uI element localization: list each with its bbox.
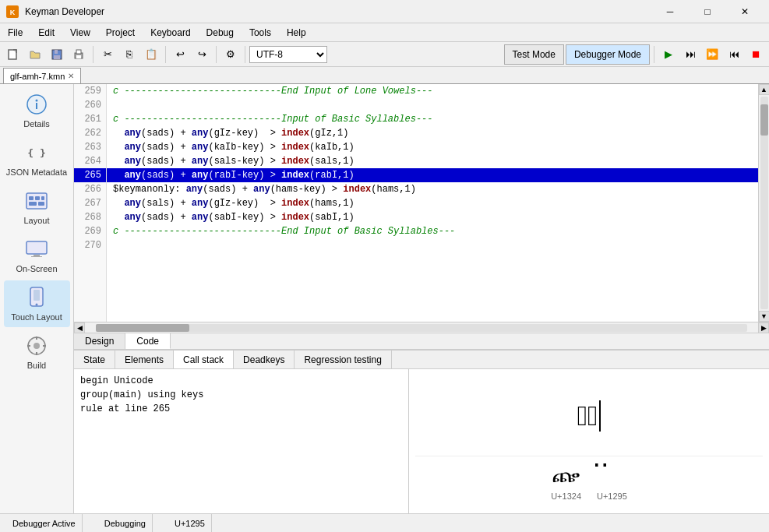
svg-rect-5 xyxy=(54,55,60,59)
scroll-right-button[interactable]: ▶ xyxy=(758,322,769,333)
touch-icon xyxy=(25,286,48,309)
debug-tab-state[interactable]: State xyxy=(74,351,115,368)
debug-tab-elements[interactable]: Elements xyxy=(115,351,174,368)
svg-rect-23 xyxy=(34,290,40,301)
menu-help[interactable]: Help xyxy=(279,23,314,41)
svg-rect-19 xyxy=(34,255,40,256)
code-line-265[interactable]: any(sads) + any(rabI-key) > index(rabI,1… xyxy=(107,168,758,182)
debug-tab-deadkeys[interactable]: Deadkeys xyxy=(234,351,295,368)
sidebar-item-build[interactable]: Build xyxy=(4,329,70,375)
line-num: 262 xyxy=(74,126,106,140)
menu-file[interactable]: File xyxy=(0,23,30,41)
vertical-scrollbar: ▲ ▼ xyxy=(758,84,769,322)
code-line-263[interactable]: any(sads) + any(kaIb-key) > index(kaIb,1… xyxy=(107,140,758,154)
code-line-270[interactable] xyxy=(107,238,758,252)
scroll-down-button[interactable]: ▼ xyxy=(759,311,770,322)
scroll-track[interactable] xyxy=(760,97,768,309)
code-content[interactable]: c ----------------------------End Input … xyxy=(107,84,758,322)
menu-debug[interactable]: Debug xyxy=(199,23,242,41)
sidebar-item-details[interactable]: Details xyxy=(4,87,70,134)
char-item-2: ፟ U+1295 xyxy=(597,463,627,501)
menu-tools[interactable]: Tools xyxy=(242,23,279,41)
svg-rect-13 xyxy=(29,196,34,200)
line-num: 265 xyxy=(74,168,106,182)
debugger-mode-button[interactable]: Debugger Mode xyxy=(566,44,650,65)
separator-2 xyxy=(165,46,166,63)
h-scroll-track[interactable] xyxy=(96,324,747,332)
code-line-266[interactable]: $keymanonly: any(sads) + any(hams-key) >… xyxy=(107,182,758,196)
debug-visual-panel: ጬ፟ ጬ U+1324 ፟ U+1295 xyxy=(409,369,769,513)
tab-design[interactable]: Design xyxy=(74,333,125,349)
step-out-button[interactable]: ⏮ xyxy=(724,44,744,65)
file-tab-close[interactable]: ✕ xyxy=(68,72,74,80)
step-over-button[interactable]: ⏩ xyxy=(702,44,722,65)
h-scroll-thumb[interactable] xyxy=(96,324,189,332)
cut-button[interactable]: ✂ xyxy=(97,44,118,65)
line-num: 269 xyxy=(74,224,106,238)
toolbar: ✂ ⎘ 📋 ↩ ↪ ⚙ UTF-8 Test Mode Debugger Mod… xyxy=(0,42,769,67)
debug-content: begin Unicode group(main) using keys rul… xyxy=(74,369,769,513)
new-button[interactable] xyxy=(3,44,23,65)
redo-button[interactable]: ↪ xyxy=(192,44,212,65)
code-line-262[interactable]: any(sads) + any(gIz-key) > index(gIz,1) xyxy=(107,126,758,140)
char-glyph-1: ጬ xyxy=(552,463,580,488)
code-line-264[interactable]: any(sads) + any(sals-key) > index(sals,1… xyxy=(107,154,758,168)
copy-button[interactable]: ⎘ xyxy=(119,44,139,65)
svg-rect-20 xyxy=(31,256,42,257)
code-line-269[interactable]: c ----------------------------End Input … xyxy=(107,224,758,238)
undo-button[interactable]: ↩ xyxy=(170,44,190,65)
code-line-259[interactable]: c ----------------------------End Input … xyxy=(107,84,758,98)
file-tab-name: glf-amh-7.kmn xyxy=(10,72,65,81)
minimize-button[interactable]: ─ xyxy=(652,0,688,23)
svg-rect-4 xyxy=(55,50,58,54)
sidebar-label-layout: Layout xyxy=(23,216,49,225)
file-tab-active[interactable]: glf-amh-7.kmn ✕ xyxy=(3,68,81,83)
svg-rect-27 xyxy=(36,352,37,355)
save-button[interactable] xyxy=(47,44,67,65)
code-line-260[interactable] xyxy=(107,98,758,112)
encoding-select[interactable]: UTF-8 xyxy=(249,46,327,63)
char-details: ጬ U+1324 ፟ U+1295 xyxy=(415,456,763,507)
line-num: 267 xyxy=(74,196,106,210)
code-scroll: 259 260 261 262 263 264 265 266 267 268 … xyxy=(74,84,758,322)
sidebar-item-touch[interactable]: Touch Layout xyxy=(4,280,70,327)
open-button[interactable] xyxy=(25,44,45,65)
debug-tab-regression[interactable]: Regression testing xyxy=(295,351,391,368)
stop-button[interactable]: ⏹ xyxy=(746,44,766,65)
char-item-1: ጬ U+1324 xyxy=(551,463,581,501)
scroll-up-button[interactable]: ▲ xyxy=(759,84,770,95)
code-line-267[interactable]: any(sals) + any(gIz-key) > index(hams,1) xyxy=(107,196,758,210)
char-display: ጬ፟ xyxy=(415,375,763,456)
debug-tab-callstack[interactable]: Call stack xyxy=(174,351,234,368)
scroll-thumb[interactable] xyxy=(760,104,768,136)
sidebar-item-layout[interactable]: Layout xyxy=(4,184,70,231)
line-num: 266 xyxy=(74,182,106,196)
menu-project[interactable]: Project xyxy=(98,23,143,41)
svg-rect-8 xyxy=(76,55,81,58)
step-button[interactable]: ⏭ xyxy=(680,44,700,65)
editor-area: 259 260 261 262 263 264 265 266 267 268 … xyxy=(74,84,769,513)
menu-edit[interactable]: Edit xyxy=(30,23,62,41)
scroll-left-button[interactable]: ◀ xyxy=(74,322,85,333)
tab-code[interactable]: Code xyxy=(125,333,171,349)
sidebar-item-onscreen[interactable]: On-Screen xyxy=(4,232,70,279)
layout-icon xyxy=(25,189,48,213)
code-line-268[interactable]: any(sads) + any(sabI-key) > index(sabI,1… xyxy=(107,210,758,224)
code-line-261[interactable]: c ----------------------------Input of B… xyxy=(107,112,758,126)
run-button[interactable]: ▶ xyxy=(658,44,679,65)
sidebar-item-json[interactable]: { } JSON Metadata xyxy=(4,136,70,182)
svg-rect-15 xyxy=(41,196,44,200)
print-button[interactable] xyxy=(69,44,89,65)
svg-point-10 xyxy=(36,100,38,102)
compile-button[interactable]: ⚙ xyxy=(220,44,241,65)
maximize-button[interactable]: □ xyxy=(690,0,725,23)
svg-point-25 xyxy=(34,343,40,349)
svg-rect-16 xyxy=(29,202,37,206)
separator-1 xyxy=(93,46,93,63)
close-button[interactable]: ✕ xyxy=(727,0,763,23)
test-mode-button[interactable]: Test Mode xyxy=(504,44,564,65)
paste-button[interactable]: 📋 xyxy=(141,44,161,65)
menu-keyboard[interactable]: Keyboard xyxy=(143,23,198,41)
char-code-1: U+1324 xyxy=(551,491,581,501)
menu-view[interactable]: View xyxy=(62,23,98,41)
